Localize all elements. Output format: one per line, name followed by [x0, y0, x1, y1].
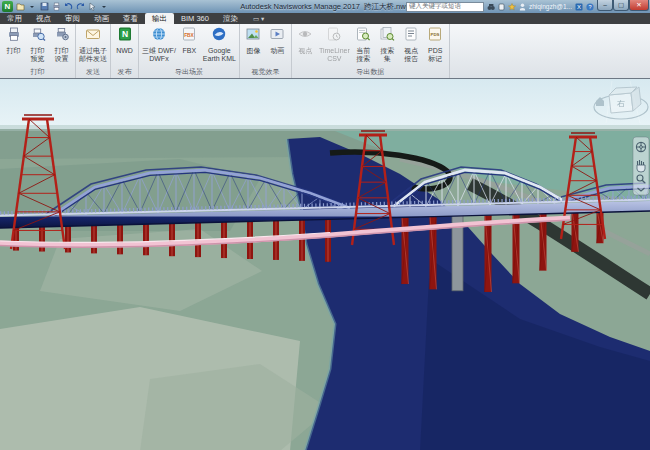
image-icon: [245, 26, 261, 46]
signed-in-username[interactable]: zhiqingzh@1...: [529, 3, 572, 10]
sky: [0, 79, 650, 131]
viewpoint-report-button[interactable]: 视点 报告: [400, 25, 423, 62]
ribbon-panel-2: 通过电子 邮件发送发送: [76, 24, 111, 78]
user-icon[interactable]: [519, 3, 526, 11]
current-search-icon: [355, 26, 371, 46]
exchange-apps-icon[interactable]: X: [575, 3, 583, 11]
search-set-button[interactable]: 搜索 集: [376, 25, 399, 62]
animation-button[interactable]: 动画: [266, 25, 289, 55]
button-label: Google Earth KML: [203, 47, 236, 62]
quick-access-toolbar: N: [0, 1, 109, 12]
application-window: N: [0, 0, 650, 450]
ribbon-panel-4: 三维 DWF/ DWFxFBXFBXGoogle Earth KML导出场景: [139, 24, 240, 78]
button-label: 打印: [7, 47, 21, 55]
redo-icon[interactable]: [75, 2, 85, 12]
save-icon[interactable]: [39, 2, 49, 12]
tab-5[interactable]: 查看: [116, 13, 145, 24]
ribbon-panel-1: 打印打印 预览打印 设置打印: [0, 24, 76, 78]
tab-2[interactable]: 视点: [29, 13, 58, 24]
button-label: 视点 报告: [404, 47, 418, 62]
svg-text:N: N: [121, 29, 127, 39]
panel-name: 视觉效果: [242, 66, 289, 78]
current-search-button[interactable]: 当前 搜索: [352, 25, 375, 62]
button-label: 搜索 集: [380, 47, 394, 62]
fbx-button[interactable]: FBXFBX: [178, 25, 201, 55]
timeliner-button: TimeLiner CSV: [318, 25, 351, 62]
minimize-button[interactable]: –: [597, 0, 613, 11]
print-settings-button[interactable]: 打印 设置: [50, 25, 73, 62]
navisworks-app-button[interactable]: N: [2, 1, 13, 12]
svg-text:PDS: PDS: [431, 32, 440, 37]
button-label: 图像: [246, 47, 260, 55]
customize-caret-icon[interactable]: [99, 2, 109, 12]
button-label: FBX: [183, 47, 197, 55]
button-label: TimeLiner CSV: [319, 47, 350, 62]
window-controls: – ▢ ✕: [597, 0, 649, 11]
viewcube-face-label: 右: [617, 99, 625, 108]
tab-1[interactable]: 常用: [0, 13, 29, 24]
tab-3[interactable]: 审阅: [58, 13, 87, 24]
infocenter-search-input[interactable]: [406, 2, 484, 12]
navigation-bar[interactable]: [633, 137, 649, 195]
button-label: 当前 搜索: [356, 47, 370, 62]
help-icon[interactable]: ?: [586, 3, 594, 11]
title-bar: N: [0, 0, 650, 14]
email-icon: [85, 26, 101, 46]
printer-icon: [6, 26, 22, 46]
svg-text:?: ?: [588, 4, 591, 10]
open-folder-icon[interactable]: [15, 2, 25, 12]
pds-button[interactable]: PDSPDS 标记: [424, 25, 447, 62]
printer-button[interactable]: 打印: [2, 25, 25, 55]
select-icon[interactable]: [87, 2, 97, 12]
panel-name: 发布: [113, 66, 136, 78]
animation-icon: [269, 26, 285, 46]
button-label: 动画: [270, 47, 284, 55]
button-label: 通过电子 邮件发送: [79, 47, 107, 62]
svg-text:X: X: [577, 4, 581, 10]
undo-icon[interactable]: [63, 2, 73, 12]
viewpoint-icon: [297, 26, 313, 46]
viewpoint-report-icon: [403, 26, 419, 46]
tab-4[interactable]: 动画: [87, 13, 116, 24]
print-preview-icon: [30, 26, 46, 46]
fbx-icon: FBX: [181, 26, 197, 46]
button-label: 打印 设置: [55, 47, 69, 62]
dwf-button[interactable]: 三维 DWF/ DWFx: [141, 25, 177, 62]
tab-7[interactable]: BIM 360: [174, 13, 216, 24]
viewpoint-button: 视点: [294, 25, 317, 55]
favorites-star-icon[interactable]: [508, 3, 516, 11]
kml-icon: [211, 26, 227, 46]
tab-6[interactable]: 输出: [145, 13, 174, 24]
search-binoculars-icon[interactable]: [487, 3, 495, 11]
ribbon-panel-3: NNWD发布: [111, 24, 139, 78]
keytip-icon[interactable]: [498, 3, 505, 11]
ribbon-display-toggle[interactable]: ▭ ▾: [253, 13, 264, 24]
ribbon-panel-5: 图像动画视觉效果: [240, 24, 292, 78]
tab-8[interactable]: 渲染: [216, 13, 245, 24]
button-label: NWD: [116, 47, 133, 55]
button-label: 视点: [298, 47, 312, 55]
print-preview-button[interactable]: 打印 预览: [26, 25, 49, 62]
panel-name: 打印: [2, 66, 73, 78]
open-caret-icon[interactable]: [27, 2, 37, 12]
app-title: Autodesk Navisworks Manage 2017: [240, 2, 360, 11]
timeliner-icon: [326, 26, 342, 46]
close-button[interactable]: ✕: [629, 0, 649, 11]
button-label: PDS 标记: [428, 47, 442, 62]
dwf-icon: [151, 26, 167, 46]
kml-button[interactable]: Google Earth KML: [202, 25, 237, 62]
panel-name: 导出数据: [294, 66, 447, 78]
maximize-button[interactable]: ▢: [613, 0, 629, 11]
print-icon[interactable]: [51, 2, 61, 12]
ribbon-output-tab-panel: 打印打印 预览打印 设置打印通过电子 邮件发送发送NNWD发布三维 DWF/ D…: [0, 24, 650, 79]
image-button[interactable]: 图像: [242, 25, 265, 55]
nwd-button[interactable]: NNWD: [113, 25, 136, 55]
email-button[interactable]: 通过电子 邮件发送: [78, 25, 108, 62]
nwd-icon: N: [117, 26, 133, 46]
panel-name: 导出场景: [141, 66, 237, 78]
print-settings-icon: [54, 26, 70, 46]
ribbon-panel-6: 视点TimeLiner CSV当前 搜索搜索 集视点 报告PDSPDS 标记导出…: [292, 24, 450, 78]
viewport-3d[interactable]: 右: [0, 78, 650, 450]
document-title: 跨江大桥.nwd: [364, 2, 410, 11]
ribbon-tab-bar: 常用视点审阅动画查看输出BIM 360渲染▭ ▾: [0, 13, 650, 24]
